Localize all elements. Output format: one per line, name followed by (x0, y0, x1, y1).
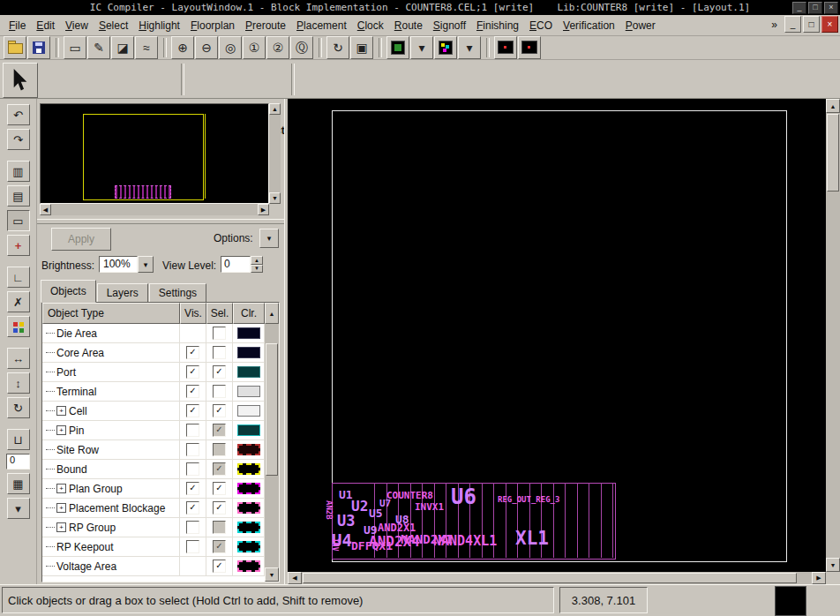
visibility-checkbox[interactable]: ✓ (186, 385, 199, 398)
visibility-checkbox[interactable] (186, 443, 199, 456)
menu-route[interactable]: Route (389, 17, 428, 34)
tab-layers[interactable]: Layers (97, 283, 148, 303)
scrollbar-thumb[interactable] (827, 114, 839, 192)
color-swatch[interactable] (237, 405, 260, 417)
object-row-terminal[interactable]: Terminal✓ (42, 382, 265, 402)
open-icon[interactable] (4, 36, 26, 59)
world-view[interactable] (40, 103, 269, 204)
save-icon[interactable] (27, 36, 50, 59)
tab-settings[interactable]: Settings (149, 283, 206, 303)
flip-vertical-icon[interactable]: ↕ (7, 372, 30, 394)
map-view-dropdown-icon[interactable]: ▾ (410, 36, 433, 59)
scroll-left-icon[interactable]: ◀ (288, 572, 302, 584)
selectability-checkbox[interactable] (213, 327, 226, 340)
selectability-checkbox[interactable]: ✓ (213, 501, 226, 515)
snapshot-icon[interactable]: ▣ (350, 36, 373, 59)
layout-canvas[interactable]: U6REG_OUT_REG_3COUNTER8U1U2U7INVX1U5U3U8… (288, 99, 826, 572)
scroll-down-icon[interactable]: ▼ (265, 567, 279, 582)
menu-finishing[interactable]: Finishing (471, 17, 524, 34)
bracket-icon[interactable]: ⊔ (7, 429, 30, 450)
flip-horizontal-icon[interactable]: ↔ (7, 348, 30, 369)
selectability-checkbox[interactable]: ✓ (213, 424, 226, 437)
object-row-cell[interactable]: +Cell✓✓ (42, 402, 265, 421)
background-color-swatch[interactable] (775, 586, 806, 616)
scroll-right-icon[interactable]: ▶ (258, 204, 269, 215)
level-input[interactable]: 0 (6, 454, 30, 470)
object-row-placement-blockage[interactable]: +Placement Blockage✓✓ (42, 499, 265, 518)
scroll-left-icon[interactable]: ◀ (40, 204, 51, 215)
selectability-checkbox[interactable]: ✓ (213, 560, 226, 573)
object-row-site-row[interactable]: Site Row (42, 440, 265, 460)
scrollbar-thumb[interactable] (266, 343, 278, 476)
object-row-rp-keepout[interactable]: RP Keepout✓ (42, 537, 265, 557)
undo-icon[interactable]: ↶ (7, 104, 30, 125)
scroll-up-icon[interactable]: ▲ (265, 303, 279, 324)
menu-edit[interactable]: Edit (31, 17, 60, 34)
menu-select[interactable]: Select (94, 17, 133, 34)
zoom-previous-icon[interactable]: ① (243, 36, 266, 59)
menu-verification[interactable]: Verification (558, 17, 620, 34)
zoom-fit-icon[interactable]: ◎ (219, 36, 242, 59)
menu-power[interactable]: Power (620, 17, 661, 34)
view-level-spinbox[interactable]: 0 ▲ ▼ (221, 256, 263, 273)
scroll-right-icon[interactable]: ▶ (812, 572, 826, 584)
scroll-up-icon[interactable]: ▲ (826, 99, 840, 113)
visibility-checkbox[interactable] (186, 424, 199, 437)
scroll-down-icon[interactable]: ▼ (269, 192, 281, 204)
header-sel[interactable]: Sel. (206, 303, 233, 324)
object-row-voltage-area[interactable]: Voltage Area✓ (42, 557, 265, 576)
delete-icon[interactable]: ✗ (7, 291, 30, 312)
visibility-checkbox[interactable]: ✓ (186, 482, 199, 495)
zoom-in-icon[interactable]: ⊕ (171, 36, 194, 59)
selectability-checkbox[interactable]: ✓ (213, 482, 226, 495)
options-dropdown-button[interactable]: ▾ (259, 229, 279, 248)
select-cell-icon[interactable] (494, 36, 517, 59)
expand-icon[interactable]: + (56, 484, 66, 493)
close-icon[interactable]: × (824, 2, 838, 14)
object-row-die-area[interactable]: Die Area (42, 324, 265, 343)
object-row-port[interactable]: Port✓✓ (42, 363, 265, 382)
menu-overflow-chevron[interactable]: » (766, 19, 783, 31)
menu-eco[interactable]: ECO (524, 17, 558, 34)
worldview-vertical-scrollbar[interactable]: ▲ ▼ (269, 103, 281, 204)
color-swatch[interactable] (237, 386, 260, 397)
layers-icon[interactable]: ▦ (7, 473, 30, 494)
color-swatch[interactable] (237, 483, 260, 494)
color-swatch[interactable] (237, 522, 260, 533)
tab-objects[interactable]: Objects (41, 280, 96, 303)
area-select-icon[interactable]: ▭ (7, 210, 30, 231)
minimize-icon[interactable]: _ (792, 2, 806, 14)
visibility-checkbox[interactable] (186, 540, 199, 553)
menu-preroute[interactable]: Preroute (240, 17, 291, 34)
ruler-icon[interactable]: ∟ (7, 267, 30, 288)
visibility-checkbox[interactable] (186, 462, 199, 476)
header-object-type[interactable]: Object Type (42, 303, 180, 324)
color-map-dropdown-icon[interactable]: ▾ (458, 36, 481, 59)
object-row-rp-group[interactable]: +RP Group (42, 518, 265, 537)
brightness-combo[interactable]: 100% ▾ (99, 256, 154, 273)
redraw-icon[interactable]: ↻ (326, 36, 349, 59)
color-map-icon[interactable] (434, 36, 457, 59)
rotate-icon[interactable]: ↻ (7, 397, 30, 418)
object-row-plan-group[interactable]: +Plan Group✓✓ (42, 479, 265, 499)
scrollbar-thumb[interactable] (303, 573, 797, 583)
menu-highlight[interactable]: Highlight (133, 17, 185, 34)
canvas-horizontal-scrollbar[interactable]: ◀ ▶ (288, 572, 826, 584)
spin-down-icon[interactable]: ▼ (251, 265, 263, 274)
visibility-checkbox[interactable]: ✓ (186, 346, 199, 359)
header-clr[interactable]: Clr. (233, 303, 265, 324)
menu-signoff[interactable]: Signoff (428, 17, 471, 34)
zoom-next-icon[interactable]: ② (266, 36, 289, 59)
color-swatch[interactable] (237, 347, 260, 358)
canvas-vertical-scrollbar[interactable]: ▲ ▼ (826, 99, 840, 572)
color-swatch[interactable] (237, 444, 260, 455)
menu-file[interactable]: File (4, 17, 31, 34)
menu-floorplan[interactable]: Floorplan (185, 17, 240, 34)
map-view-icon[interactable] (386, 36, 409, 59)
scroll-up-icon[interactable]: ▲ (269, 103, 281, 115)
object-row-bound[interactable]: Bound✓ (42, 460, 265, 479)
visibility-checkbox[interactable]: ✓ (186, 404, 199, 417)
color-swatch[interactable] (237, 560, 260, 572)
expand-tool-icon[interactable]: ▾ (7, 498, 30, 519)
object-table-scrollbar[interactable]: ▼ (265, 324, 279, 582)
